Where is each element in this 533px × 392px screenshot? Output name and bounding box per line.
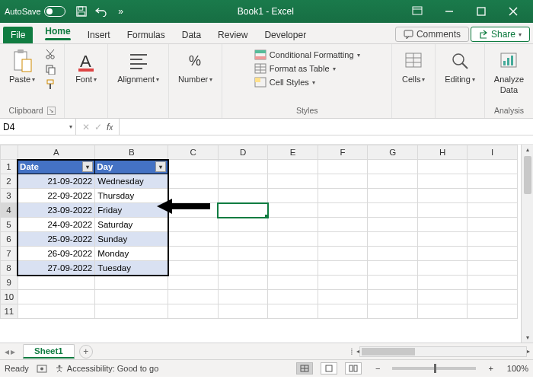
col-header-D[interactable]: D — [218, 145, 268, 160]
col-header-A[interactable]: A — [18, 145, 95, 160]
row-header[interactable]: 10 — [1, 290, 18, 304]
copy-button[interactable] — [43, 62, 58, 76]
tab-developer[interactable]: Developer — [257, 27, 314, 43]
paste-button[interactable]: Paste▾ — [6, 47, 38, 85]
cell[interactable]: 21-09-2022 — [18, 174, 95, 189]
undo-icon[interactable] — [93, 3, 110, 20]
font-button[interactable]: A Font▾ — [71, 47, 101, 85]
tab-insert[interactable]: Insert — [80, 27, 118, 43]
cell-styles-button[interactable]: Cell Styles ▾ — [254, 76, 315, 88]
tab-review[interactable]: Review — [210, 27, 255, 43]
col-header-H[interactable]: H — [417, 145, 468, 160]
qat-more-icon[interactable]: » — [113, 3, 129, 20]
tab-file[interactable]: File — [3, 27, 33, 43]
paste-icon — [11, 49, 33, 73]
autosave-toggle[interactable]: AutoSave — [5, 6, 65, 17]
filter-dropdown-icon[interactable]: ▾ — [82, 161, 93, 172]
view-normal-button[interactable] — [296, 362, 313, 374]
row-header[interactable]: 1 — [1, 160, 18, 174]
share-button[interactable]: Share ▾ — [471, 27, 530, 42]
cancel-formula-icon[interactable]: ✕ — [82, 122, 90, 132]
col-header-E[interactable]: E — [268, 145, 318, 160]
row-header[interactable]: 6 — [1, 232, 18, 247]
cell[interactable]: Saturday — [95, 218, 168, 232]
tab-data[interactable]: Data — [174, 27, 209, 43]
minimize-button[interactable] — [434, 0, 464, 23]
dialog-launcher-icon[interactable]: ↘ — [47, 107, 56, 115]
name-box[interactable]: D4 ▾ — [0, 119, 76, 135]
new-sheet-button[interactable]: + — [79, 345, 93, 359]
analyze-data-button[interactable]: Analyze Data — [491, 47, 527, 96]
row-header[interactable]: 11 — [1, 304, 18, 319]
macro-record-icon[interactable] — [37, 364, 47, 373]
scroll-right-icon[interactable]: ▸ — [527, 348, 530, 355]
cell[interactable]: 24-09-2022 — [18, 218, 95, 232]
cell[interactable]: 25-09-2022 — [18, 232, 95, 247]
scroll-up-icon[interactable]: ▴ — [526, 146, 529, 153]
save-icon[interactable] — [73, 3, 90, 20]
zoom-out-button[interactable]: − — [375, 364, 380, 373]
zoom-slider[interactable] — [392, 367, 476, 370]
number-button[interactable]: % Number▾ — [175, 47, 215, 85]
cell[interactable]: Thursday — [95, 189, 168, 203]
table-header-date[interactable]: Date▾ — [18, 160, 95, 174]
cell[interactable]: Wednesday — [95, 174, 168, 189]
cut-button[interactable] — [43, 47, 58, 61]
worksheet-grid[interactable]: A B C D E F G H I 1 Date▾ Day▾ 221-09-20… — [0, 145, 533, 343]
cell[interactable]: Tuesday — [95, 261, 168, 276]
accept-formula-icon[interactable]: ✓ — [94, 122, 102, 132]
view-page-break-button[interactable] — [345, 362, 362, 374]
cell[interactable]: 23-09-2022 — [18, 203, 95, 218]
zoom-level[interactable]: 100% — [507, 364, 528, 373]
sheet-next-icon[interactable]: ▸ — [11, 346, 15, 357]
row-header[interactable]: 8 — [1, 261, 18, 276]
cell[interactable]: Friday — [95, 203, 168, 218]
row-header[interactable]: 9 — [1, 276, 18, 290]
close-button[interactable] — [498, 0, 528, 23]
alignment-button[interactable]: Alignment▾ — [114, 47, 162, 85]
cell[interactable]: Sunday — [95, 232, 168, 247]
scroll-thumb[interactable] — [524, 156, 531, 194]
conditional-formatting-button[interactable]: Conditional Formatting ▾ — [254, 49, 360, 61]
select-all-corner[interactable] — [1, 145, 18, 160]
row-header[interactable]: 4 — [1, 203, 18, 218]
editing-button[interactable]: Editing▾ — [442, 47, 478, 85]
tab-formulas[interactable]: Formulas — [120, 27, 173, 43]
vertical-scrollbar[interactable]: ▴ ▾ — [521, 145, 533, 343]
cells-button[interactable]: Cells▾ — [398, 47, 429, 85]
col-header-C[interactable]: C — [168, 145, 219, 160]
row-header[interactable]: 3 — [1, 189, 18, 203]
group-font: A Font▾ Font — [65, 44, 108, 118]
format-painter-button[interactable] — [43, 78, 58, 91]
sheet-prev-icon[interactable]: ◂ — [5, 346, 9, 357]
zoom-in-button[interactable]: + — [488, 364, 493, 373]
col-header-B[interactable]: B — [95, 145, 168, 160]
ribbon-options-icon[interactable] — [402, 0, 432, 23]
format-as-table-button[interactable]: Format as Table ▾ — [254, 62, 336, 75]
horizontal-scrollbar[interactable] — [359, 346, 527, 357]
table-header-day[interactable]: Day▾ — [95, 160, 168, 174]
col-header-G[interactable]: G — [368, 145, 418, 160]
tab-home[interactable]: Home — [37, 23, 78, 43]
view-page-layout-button[interactable] — [321, 362, 337, 374]
col-header-I[interactable]: I — [468, 145, 518, 160]
row-header[interactable]: 7 — [1, 247, 18, 261]
comments-button[interactable]: Comments — [395, 27, 469, 42]
cell[interactable]: Monday — [95, 247, 168, 261]
name-box-value: D4 — [3, 122, 14, 132]
formula-input[interactable] — [120, 119, 533, 135]
maximize-button[interactable] — [466, 0, 496, 23]
cell[interactable]: 27-09-2022 — [18, 261, 95, 276]
scroll-down-icon[interactable]: ▾ — [526, 334, 529, 341]
row-header[interactable]: 5 — [1, 218, 18, 232]
cell[interactable]: 26-09-2022 — [18, 247, 95, 261]
cell[interactable]: 22-09-2022 — [18, 189, 95, 203]
sheet-tab[interactable]: Sheet1 — [23, 344, 75, 359]
accessibility-status[interactable]: Accessibility: Good to go — [55, 364, 158, 373]
row-header[interactable]: 2 — [1, 174, 18, 189]
scroll-thumb[interactable] — [362, 348, 415, 355]
active-cell[interactable] — [218, 203, 268, 218]
fx-icon[interactable]: fx — [107, 122, 113, 132]
filter-dropdown-icon[interactable]: ▾ — [155, 161, 166, 172]
col-header-F[interactable]: F — [318, 145, 368, 160]
